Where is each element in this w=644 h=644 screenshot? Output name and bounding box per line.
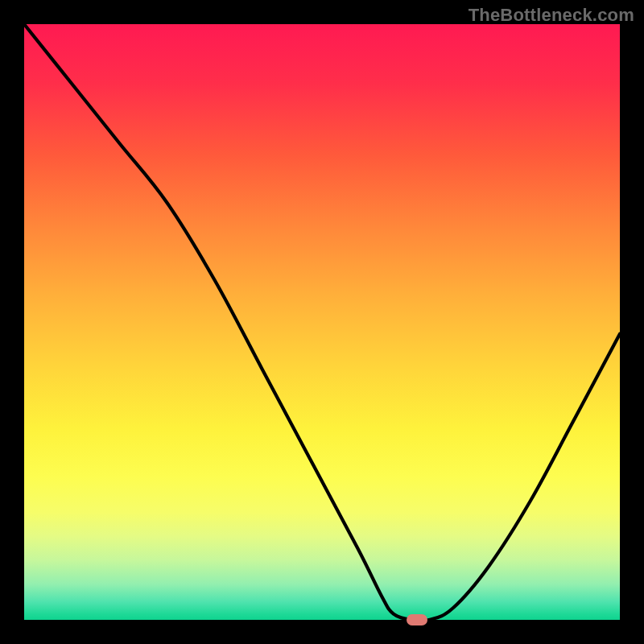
chart-frame: TheBottleneck.com [0,0,644,644]
optimal-marker [407,614,427,625]
plot-area [24,24,620,620]
bottleneck-curve [24,24,620,621]
curve-svg [24,24,620,620]
watermark-text: TheBottleneck.com [469,5,634,26]
